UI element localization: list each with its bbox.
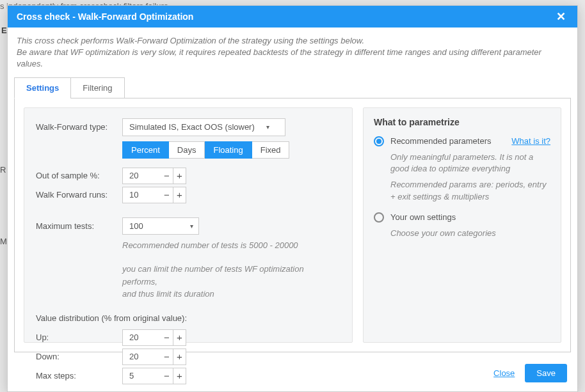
seg-floating[interactable]: Floating [205,141,252,159]
max-tests-row: Maximum tests: 100 ▾ [36,217,341,235]
value-distribution-title: Value distribution (% from original valu… [36,313,341,323]
runs-value[interactable]: 10 [122,187,161,203]
oos-pct-row: Out of sample %: 20 − + [36,168,341,184]
radio-own[interactable] [374,212,384,223]
parametrize-title: What to parametrize [374,117,550,127]
decrement-button[interactable]: − [161,349,173,365]
runs-row: Walk Forward runs: 10 − + [36,187,341,203]
oos-pct-value[interactable]: 20 [122,168,161,184]
down-row: Down: 20 − + [36,349,341,365]
runs-spinner[interactable]: 10 − + [122,187,186,203]
save-button[interactable]: Save [525,364,567,382]
background-text: R [0,165,6,175]
runs-label: Walk Forward runs: [36,190,122,200]
intro-line-2: Be aware that WF optimization is very sl… [17,47,568,70]
chevron-down-icon: ▾ [190,223,193,230]
what-is-it-link[interactable]: What is it? [511,136,550,146]
increment-button[interactable]: + [173,368,186,384]
down-spinner[interactable]: 20 − + [122,349,186,365]
increment-button[interactable]: + [173,168,186,184]
tab-filtering[interactable]: Filtering [70,77,124,98]
oos-pct-spinner[interactable]: 20 − + [122,168,186,184]
background-text: M [0,237,7,246]
tabs: Settings Filtering [8,77,577,98]
chevron-down-icon: ▾ [266,123,269,130]
up-label: Up: [36,333,122,342]
settings-column: Walk-Forward type: Simulated IS, Exact O… [24,107,353,343]
radio-own-row[interactable]: Your own settings [374,212,550,223]
recommended-help-1: Only meaningful parameters. It is not a … [390,152,550,176]
seg-percent[interactable]: Percent [122,141,169,159]
up-spinner[interactable]: 20 − + [122,329,186,346]
increment-button[interactable]: + [173,329,186,346]
max-tests-value: 100 [129,221,143,231]
parametrize-column: What to parametrize Recommended paramete… [363,107,561,343]
settings-panel: Walk-Forward type: Simulated IS, Exact O… [14,98,571,352]
radio-recommended-row[interactable]: Recommended parameters What is it? [374,136,550,146]
modal-intro: This cross check performs Walk-Forward O… [8,27,577,77]
down-label: Down: [36,352,122,361]
recommended-help-2: Recommended params are: periods, entry +… [390,179,550,203]
max-steps-value[interactable]: 5 [122,368,161,384]
own-help: Choose your own categories [390,228,550,240]
increment-button[interactable]: + [173,187,186,203]
units-segmented-control: Percent Days Floating Fixed [122,141,341,159]
background-text: E [1,26,7,35]
modal-title: Cross check - Walk-Forward Optimization [17,12,193,22]
oos-pct-label: Out of sample %: [36,171,122,180]
radio-recommended-label: Recommended parameters [390,136,492,146]
seg-days[interactable]: Days [169,141,205,159]
max-steps-label: Max steps: [36,371,122,380]
decrement-button[interactable]: − [161,168,173,184]
tab-settings[interactable]: Settings [14,77,71,98]
max-tests-hint-2: you can limit the number of tests WF opt… [122,263,341,301]
crosscheck-wfo-modal: Cross check - Walk-Forward Optimization … [7,5,578,392]
max-tests-label: Maximum tests: [36,221,122,231]
close-icon[interactable]: ✕ [554,11,568,22]
intro-line-1: This cross check performs Walk-Forward O… [17,35,568,47]
wf-type-value: Simulated IS, Exact OOS (slower) [129,122,255,132]
max-steps-spinner[interactable]: 5 − + [122,368,186,384]
wf-type-label: Walk-Forward type: [36,122,122,132]
wf-type-select[interactable]: Simulated IS, Exact OOS (slower) ▾ [122,118,285,136]
decrement-button[interactable]: − [161,329,173,346]
radio-recommended[interactable] [374,136,384,146]
seg-fixed[interactable]: Fixed [252,141,290,159]
max-tests-hint: Recommended number of tests is 5000 - 20… [122,240,341,252]
decrement-button[interactable]: − [161,368,173,384]
up-row: Up: 20 − + [36,329,341,346]
modal-header: Cross check - Walk-Forward Optimization … [8,6,577,27]
wf-type-row: Walk-Forward type: Simulated IS, Exact O… [36,118,341,136]
max-steps-row: Max steps: 5 − + [36,368,341,384]
radio-own-label: Your own settings [390,212,456,222]
up-value[interactable]: 20 [122,329,161,346]
close-button[interactable]: Close [493,368,515,378]
max-tests-select[interactable]: 100 ▾ [122,217,199,235]
increment-button[interactable]: + [173,349,186,365]
down-value[interactable]: 20 [122,349,161,365]
decrement-button[interactable]: − [161,187,173,203]
